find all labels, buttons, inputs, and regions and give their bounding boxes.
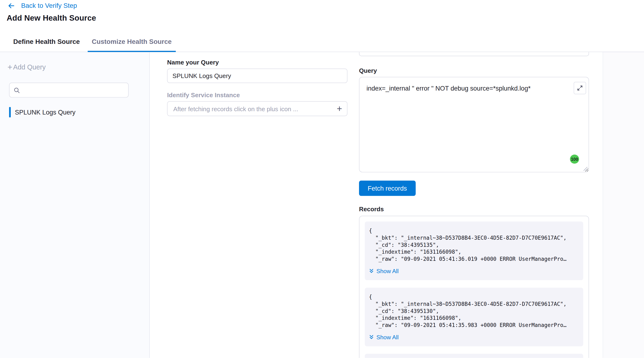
record-json-line: "_raw": "09-09-2021 05:41:35.983 +0000 E… — [369, 322, 579, 329]
record-count-badge: 100 — [570, 155, 579, 164]
record-json-line: "_bkt": "_internal~38~D537D8B4-3EC0-4D5E… — [369, 300, 579, 308]
query-results-panel: Query index=_internal " error " NOT debu… — [352, 52, 603, 358]
sidebar-item-splunk-logs-query[interactable]: SPLUNK Logs Query — [9, 107, 76, 117]
back-arrow-icon — [7, 2, 15, 9]
double-chevron-down-icon — [369, 335, 374, 340]
show-all-link[interactable]: Show All — [369, 334, 579, 341]
tab-define-health-source[interactable]: Define Health Source — [9, 31, 84, 51]
record-card: { "_bkt": "_internal~38~D537D8B4-3EC0-4D… — [365, 288, 583, 346]
back-link[interactable]: Back to Verify Step — [7, 2, 77, 9]
add-service-instance-button[interactable]: + — [336, 104, 343, 113]
record-json-line: { — [369, 294, 579, 301]
add-health-source-page: Back to Verify Step Add New Health Sourc… — [0, 0, 644, 358]
query-editor: index=_internal " error " NOT debug sour… — [359, 77, 589, 172]
expand-query-button[interactable] — [574, 82, 586, 94]
query-form-panel: Name your Query Identify Service Instanc… — [150, 52, 352, 358]
record-json-line: { — [369, 227, 579, 235]
tab-customize-health-source[interactable]: Customize Health Source — [88, 31, 176, 51]
plus-icon: + — [7, 63, 12, 71]
record-card: { "_bkt": "_internal~38~D537D8B4-3EC0-4D… — [365, 221, 583, 280]
record-json-line: "_indextime": "1631166098", — [369, 249, 579, 256]
add-query-button[interactable]: + Add Query — [7, 63, 46, 71]
record-json-line: "_cd": "38:4395135", — [369, 241, 579, 249]
service-instance-label: Identify Service Instance — [167, 91, 240, 98]
search-box — [9, 83, 128, 98]
page-body: + Add Query SPLUNK Logs Query Name your … — [0, 52, 644, 358]
service-instance-input[interactable] — [172, 105, 336, 113]
expand-icon — [577, 85, 583, 91]
right-gutter — [603, 52, 644, 358]
show-all-label: Show All — [376, 268, 399, 275]
record-card-partial — [365, 354, 583, 358]
fetch-records-button[interactable]: Fetch records — [359, 181, 416, 196]
name-query-label: Name your Query — [167, 59, 219, 66]
service-instance-field: + — [167, 101, 348, 116]
name-query-input[interactable] — [167, 68, 348, 83]
query-label: Query — [359, 67, 377, 74]
search-icon — [14, 87, 20, 93]
record-json-line: "_raw": "09-09-2021 05:41:36.019 +0000 E… — [369, 255, 579, 263]
double-chevron-down-icon — [369, 269, 374, 274]
show-all-link[interactable]: Show All — [369, 268, 579, 275]
truncated-top-input[interactable] — [359, 52, 589, 56]
page-header: Back to Verify Step Add New Health Sourc… — [0, 0, 644, 52]
query-item-label: SPLUNK Logs Query — [15, 109, 76, 116]
show-all-label: Show All — [376, 334, 399, 341]
back-link-label: Back to Verify Step — [21, 2, 77, 9]
records-label: Records — [359, 205, 384, 212]
record-json-line: "_bkt": "_internal~38~D537D8B4-3EC0-4D5E… — [369, 234, 579, 241]
add-query-label: Add Query — [13, 63, 46, 71]
record-json-line: "_cd": "38:4395130", — [369, 308, 579, 315]
tab-bar: Define Health Source Customize Health So… — [0, 31, 644, 52]
query-textarea[interactable]: index=_internal " error " NOT debug sour… — [359, 77, 589, 172]
records-panel: { "_bkt": "_internal~38~D537D8B4-3EC0-4D… — [359, 216, 589, 358]
selected-indicator-bar — [9, 107, 11, 117]
record-json-line: "_indextime": "1631166098", — [369, 314, 579, 322]
page-title: Add New Health Source — [7, 14, 96, 23]
search-input[interactable] — [23, 86, 124, 94]
query-sidebar: + Add Query SPLUNK Logs Query — [0, 52, 150, 358]
